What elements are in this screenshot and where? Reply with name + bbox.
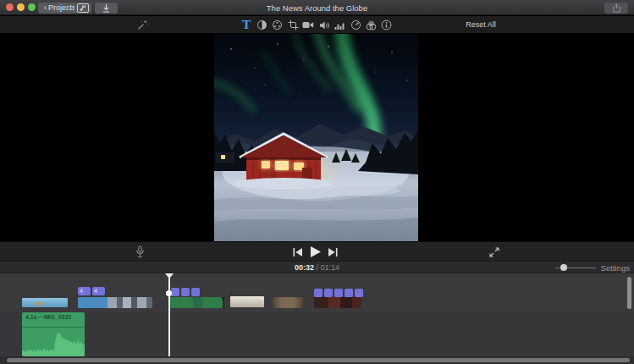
timeline-audio-region	[0, 312, 634, 356]
clip-3-thumbnail-detail	[170, 297, 224, 308]
title-badge[interactable]	[191, 288, 200, 296]
video-clip-6[interactable]	[314, 297, 361, 308]
titles-glyph: T	[242, 19, 251, 31]
title-badge[interactable]	[345, 289, 353, 297]
play-icon[interactable]	[311, 246, 321, 257]
title-badge-label: 4	[94, 288, 97, 294]
time-display: 00:32 / 01:14	[0, 263, 634, 272]
video-clip-1[interactable]	[22, 298, 68, 307]
reset-all-button[interactable]: Reset All	[457, 20, 504, 29]
stabilization-icon[interactable]	[301, 19, 315, 31]
effects-icon[interactable]	[364, 19, 378, 31]
share-button[interactable]	[604, 3, 628, 14]
share-icon	[612, 3, 621, 13]
video-clip-4[interactable]	[230, 296, 264, 307]
video-clip-2[interactable]	[78, 297, 152, 308]
timeline-vertical-scrollbar[interactable]	[627, 277, 631, 309]
viewer-video-frame	[214, 34, 418, 241]
imovie-window: The News Around the Globe ‹ Projects	[0, 0, 634, 364]
timeline: 4 4 4.1s ~ IMG_0332	[0, 273, 634, 364]
title-badge[interactable]	[355, 289, 363, 297]
crop-icon[interactable]	[286, 19, 300, 31]
playhead-handle[interactable]	[165, 273, 174, 279]
timeline-settings-button[interactable]: Settings	[598, 263, 630, 273]
info-icon[interactable]	[379, 19, 393, 31]
noise-reduction-icon[interactable]	[333, 19, 346, 31]
title-badge[interactable]	[171, 288, 179, 296]
time-separator: /	[314, 263, 321, 272]
fullscreen-icon[interactable]	[489, 247, 499, 257]
video-clip-3[interactable]	[170, 297, 224, 308]
audio-waveform	[22, 312, 85, 356]
media-library-button[interactable]	[74, 3, 91, 14]
magic-wand-icon[interactable]	[135, 19, 149, 31]
inspector-toolbar: T Reset All	[0, 16, 634, 34]
playhead-dot	[166, 290, 172, 296]
titles-icon[interactable]: T	[240, 19, 253, 31]
color-correction-icon[interactable]	[270, 19, 284, 31]
title-badge[interactable]: 4	[92, 287, 105, 295]
title-badge[interactable]	[181, 288, 190, 296]
skip-back-icon[interactable]	[293, 248, 303, 256]
media-library-icon	[77, 3, 89, 13]
chevron-left-icon: ‹	[44, 3, 47, 14]
skip-forward-icon[interactable]	[328, 248, 338, 256]
aurora-cabin-scene	[214, 34, 418, 241]
total-duration: 01:14	[321, 263, 340, 272]
playback-bar	[0, 241, 634, 261]
microphone-icon[interactable]	[135, 245, 145, 258]
titlebar: The News Around the Globe ‹ Projects	[0, 0, 634, 15]
download-arrow-icon	[102, 3, 111, 13]
viewer-pane: Add a subtitle or caption	[0, 34, 634, 241]
current-time: 00:32	[295, 263, 314, 272]
clip-zoom-slider-thumb[interactable]	[560, 264, 567, 271]
time-row: 00:32 / 01:14 Settings	[0, 261, 634, 273]
title-badge-label: 4	[80, 288, 83, 294]
color-balance-icon[interactable]	[255, 19, 268, 31]
timeline-horizontal-scrollbar[interactable]	[7, 358, 630, 362]
download-button[interactable]	[95, 3, 118, 14]
video-clip-5[interactable]	[273, 297, 303, 308]
title-badge[interactable]	[334, 289, 343, 297]
volume-icon[interactable]	[317, 19, 331, 31]
projects-button-label: Projects	[48, 3, 76, 14]
clip-1-thumbnail-detail	[32, 301, 46, 306]
audio-clip[interactable]: 4.1s ~ IMG_0332	[22, 312, 85, 356]
title-badge[interactable]: 4	[78, 287, 91, 295]
title-badge[interactable]	[324, 289, 333, 297]
title-badge[interactable]	[314, 289, 323, 297]
playhead[interactable]	[168, 273, 170, 356]
speed-icon[interactable]	[349, 19, 362, 31]
